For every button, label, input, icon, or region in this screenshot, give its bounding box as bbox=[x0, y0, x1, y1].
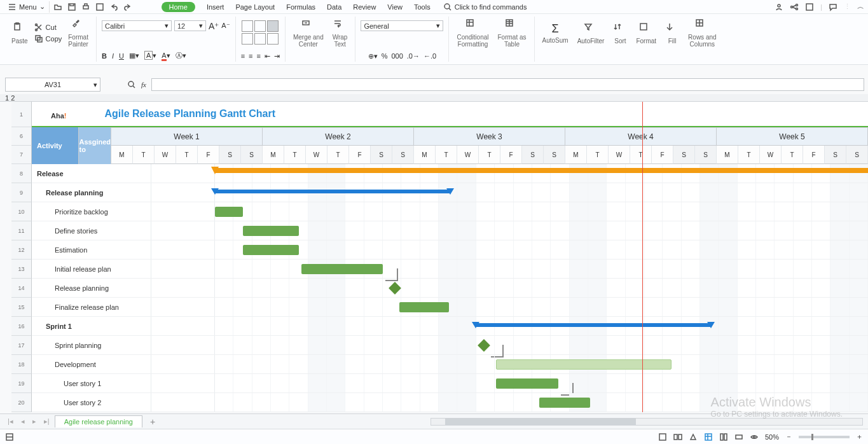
assigned-cell[interactable] bbox=[151, 317, 215, 335]
sheet-manage-icon[interactable] bbox=[5, 433, 14, 441]
gantt-bar[interactable] bbox=[301, 264, 383, 274]
gantt-bar[interactable] bbox=[215, 190, 450, 193]
fill-color-button[interactable]: A▾ bbox=[144, 52, 156, 60]
row-header[interactable]: 18 bbox=[11, 355, 32, 374]
save-icon[interactable] bbox=[67, 3, 76, 11]
horizontal-scrollbar[interactable] bbox=[431, 418, 863, 426]
fill-button[interactable]: Fill bbox=[663, 21, 682, 46]
tab-tools[interactable]: Tools bbox=[414, 3, 431, 11]
assigned-cell[interactable] bbox=[151, 240, 215, 259]
row-header[interactable]: 20 bbox=[11, 393, 32, 412]
collapse-ribbon-icon[interactable]: ︿ bbox=[857, 2, 864, 11]
number-format[interactable]: General▾ bbox=[361, 20, 443, 31]
dec-dec-icon[interactable]: ←.0 bbox=[424, 52, 436, 60]
zoom-slider[interactable] bbox=[799, 436, 850, 438]
tab-nav-next[interactable]: ▸ bbox=[30, 417, 39, 426]
gantt-bar[interactable] bbox=[243, 226, 299, 236]
assigned-cell[interactable] bbox=[151, 393, 215, 412]
view2-icon[interactable] bbox=[673, 433, 682, 441]
alignment-grid[interactable] bbox=[242, 20, 279, 45]
name-box[interactable]: AV31▾ bbox=[5, 78, 100, 92]
percent-icon[interactable]: % bbox=[382, 52, 388, 60]
cond-format-button[interactable]: Conditional Formatting bbox=[454, 17, 491, 49]
sort-button[interactable]: Sort bbox=[610, 21, 630, 46]
row-header[interactable]: 7 bbox=[11, 146, 32, 164]
row-header[interactable]: 10 bbox=[11, 202, 32, 221]
merge-center-button[interactable]: Merge and Center bbox=[291, 17, 326, 49]
fx-icon[interactable]: fx bbox=[141, 81, 146, 88]
row-header[interactable]: 12 bbox=[11, 240, 32, 260]
assigned-cell[interactable] bbox=[151, 260, 215, 278]
user-icon[interactable] bbox=[775, 3, 783, 11]
gantt-bar[interactable] bbox=[399, 302, 449, 312]
row-header[interactable]: 17 bbox=[11, 336, 32, 355]
tab-formulas[interactable]: Formulas bbox=[286, 3, 315, 11]
command-search[interactable]: Click to find commands bbox=[443, 3, 527, 11]
gantt-bar[interactable] bbox=[215, 168, 868, 173]
cut-button[interactable]: Cut bbox=[34, 23, 57, 32]
scroll-thumb[interactable] bbox=[445, 419, 636, 425]
clear-format-button[interactable]: Ⓐ▾ bbox=[176, 51, 186, 60]
assigned-cell[interactable] bbox=[151, 298, 215, 316]
tab-view[interactable]: View bbox=[387, 3, 403, 11]
format-table-button[interactable]: Format as Table bbox=[495, 17, 528, 49]
font-size[interactable]: 12▾ bbox=[174, 20, 206, 31]
print-icon[interactable] bbox=[81, 3, 90, 11]
underline-button[interactable]: U bbox=[119, 52, 124, 60]
grow-font-icon[interactable]: A⁺ bbox=[209, 21, 219, 31]
row-header[interactable]: 6 bbox=[11, 127, 32, 146]
italic-button[interactable]: I bbox=[112, 52, 114, 60]
copy-button[interactable]: Copy bbox=[34, 34, 62, 43]
window-icon[interactable] bbox=[805, 3, 814, 11]
preview-icon[interactable] bbox=[95, 3, 104, 11]
zoom-fx-icon[interactable] bbox=[127, 80, 136, 89]
reading-view-icon[interactable] bbox=[734, 433, 743, 441]
tab-data[interactable]: Data bbox=[327, 3, 341, 11]
gantt-bar[interactable] bbox=[215, 207, 243, 217]
outline-bar[interactable]: 1 2 bbox=[0, 94, 868, 102]
wrap-text-button[interactable]: Wrap Text bbox=[330, 17, 350, 49]
open-icon[interactable] bbox=[53, 3, 62, 11]
format-painter-button[interactable]: Format Painter bbox=[65, 17, 91, 49]
border-button[interactable]: ▦▾ bbox=[129, 52, 139, 60]
row-header[interactable]: 15 bbox=[11, 298, 32, 317]
row-header[interactable]: 13 bbox=[11, 260, 32, 279]
indent-dec-icon[interactable]: ⇤ bbox=[265, 52, 270, 60]
row-header[interactable]: 9 bbox=[11, 183, 32, 202]
tab-nav-last[interactable]: ▸| bbox=[41, 417, 52, 426]
paste-button[interactable]: Paste bbox=[9, 21, 31, 46]
gantt-bar[interactable] bbox=[476, 323, 711, 327]
undo-icon[interactable] bbox=[109, 3, 118, 11]
formula-input[interactable] bbox=[151, 78, 864, 91]
tab-home[interactable]: Home bbox=[162, 2, 195, 12]
assigned-cell[interactable] bbox=[151, 374, 215, 392]
zoom-level[interactable]: 50% bbox=[765, 433, 779, 441]
row-header[interactable]: 1 bbox=[11, 102, 32, 127]
gantt-bar[interactable] bbox=[496, 378, 558, 389]
align-right-icon[interactable]: ≡ bbox=[256, 52, 260, 60]
dec-inc-icon[interactable]: .0→ bbox=[407, 52, 420, 60]
currency-icon[interactable]: ⊕▾ bbox=[368, 52, 378, 60]
eye-icon[interactable] bbox=[750, 433, 759, 441]
align-left-icon[interactable]: ≡ bbox=[241, 52, 245, 60]
spreadsheet-grid[interactable]: Aha! Agile Release Planning Gantt Chart … bbox=[32, 102, 868, 412]
shrink-font-icon[interactable]: A⁻ bbox=[221, 22, 230, 30]
assigned-cell[interactable] bbox=[151, 279, 215, 297]
view3-icon[interactable] bbox=[689, 433, 698, 441]
autosum-button[interactable]: ΣAutoSum bbox=[540, 21, 571, 45]
tab-insert[interactable]: Insert bbox=[207, 3, 224, 11]
sheet-tab[interactable]: Agile release planning bbox=[55, 415, 142, 427]
normal-view-icon[interactable] bbox=[704, 433, 713, 441]
layout-view-icon[interactable] bbox=[719, 433, 728, 441]
assigned-cell[interactable] bbox=[151, 221, 215, 240]
zoom-in-button[interactable]: ＋ bbox=[856, 432, 863, 441]
row-header[interactable]: 14 bbox=[11, 279, 32, 298]
font-color-button[interactable]: A▾ bbox=[162, 52, 170, 60]
add-sheet-button[interactable]: + bbox=[145, 417, 160, 427]
assigned-cell[interactable] bbox=[151, 202, 215, 221]
font-family[interactable]: Calibri▾ bbox=[102, 20, 172, 31]
share-icon[interactable] bbox=[790, 3, 799, 11]
format-button[interactable]: Format bbox=[633, 21, 659, 46]
rows-cols-button[interactable]: Rows and Columns bbox=[685, 17, 719, 49]
assigned-cell[interactable] bbox=[151, 336, 215, 354]
